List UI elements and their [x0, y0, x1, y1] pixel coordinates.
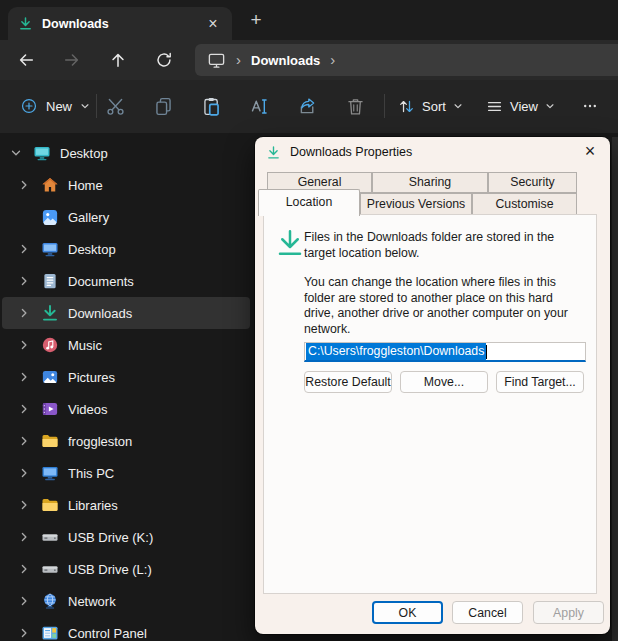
download-icon: [266, 145, 281, 160]
dialog-tab-location[interactable]: Location: [258, 189, 360, 216]
file-explorer-window: Downloads × + › Downloads ›: [0, 0, 618, 641]
more-options-button[interactable]: [570, 88, 610, 124]
this-pc-monitor-icon: [207, 51, 226, 70]
rename-button[interactable]: [239, 88, 279, 124]
address-bar[interactable]: › Downloads ›: [195, 44, 618, 76]
explorer-tab-downloads[interactable]: Downloads ×: [8, 7, 232, 40]
cancel-button[interactable]: Cancel: [452, 601, 523, 624]
sidebar-item-label: Desktop: [60, 146, 108, 161]
forward-icon[interactable]: [56, 44, 88, 76]
dialog-title-bar: Downloads Properties: [255, 137, 610, 167]
sidebar-item-usb-drive-k[interactable]: USB Drive (K:): [2, 521, 250, 553]
sidebar-item-music[interactable]: Music: [2, 329, 250, 361]
find-target-button[interactable]: Find Target...: [496, 371, 584, 393]
sort-button-label: Sort: [422, 99, 446, 114]
chevron-right-icon[interactable]: [16, 529, 32, 545]
sidebar-item-pictures[interactable]: Pictures: [2, 361, 250, 393]
chevron-right-icon[interactable]: [16, 433, 32, 449]
back-icon[interactable]: [10, 44, 42, 76]
chevron-right-icon[interactable]: [16, 561, 32, 577]
paste-button[interactable]: [191, 88, 231, 124]
tab-title: Downloads: [42, 17, 195, 31]
up-icon[interactable]: [102, 44, 134, 76]
sidebar-item-documents[interactable]: Documents: [2, 265, 250, 297]
sort-arrows-icon: [398, 98, 415, 115]
delete-button[interactable]: [335, 88, 375, 124]
folder-path-input[interactable]: C:\Users\froggleston\Downloads: [304, 342, 586, 362]
sidebar-item-gallery[interactable]: Gallery: [2, 201, 250, 233]
sidebar-item-usb-drive-l[interactable]: USB Drive (L:): [2, 553, 250, 585]
chevron-right-icon[interactable]: [16, 369, 32, 385]
chevron-down-icon[interactable]: [8, 145, 24, 161]
breadcrumb-downloads[interactable]: Downloads: [251, 53, 320, 68]
view-button[interactable]: View: [478, 89, 563, 123]
dialog-tab-sharing[interactable]: Sharing: [372, 172, 488, 193]
ellipsis-icon: [582, 98, 598, 114]
documents-icon: [41, 272, 59, 290]
chevron-right-icon[interactable]: [16, 305, 32, 321]
dialog-tab-strip: GeneralSharingSecurityLocationPrevious V…: [255, 172, 610, 215]
dialog-tab-customise[interactable]: Customise: [472, 193, 577, 215]
sidebar-item-label: Videos: [68, 402, 108, 417]
sidebar-item-label: froggleston: [68, 434, 132, 449]
sidebar-item-this-pc[interactable]: This PC: [2, 457, 250, 489]
controlpanel-icon: [41, 624, 59, 641]
breadcrumb-chevron-icon: ›: [236, 53, 241, 67]
sidebar-item-label: Gallery: [68, 210, 109, 225]
sidebar-item-home[interactable]: Home: [2, 169, 250, 201]
folder-icon: [41, 496, 59, 514]
desktop-blue-icon: [41, 240, 59, 258]
chevron-right-icon[interactable]: [16, 625, 32, 641]
share-button[interactable]: [287, 88, 327, 124]
sidebar-item-froggleston[interactable]: froggleston: [2, 425, 250, 457]
chevron-right-icon[interactable]: [16, 177, 32, 193]
chevron-right-icon[interactable]: [16, 401, 32, 417]
copy-button[interactable]: [143, 88, 183, 124]
apply-button[interactable]: Apply: [533, 601, 604, 624]
chevron-right-icon[interactable]: [16, 465, 32, 481]
sidebar-item-label: Pictures: [68, 370, 115, 385]
chevron-right-icon[interactable]: [16, 273, 32, 289]
refresh-icon[interactable]: [148, 44, 180, 76]
copy-icon: [153, 96, 174, 117]
thispc-icon: [41, 464, 59, 482]
chevron-down-icon: [545, 101, 555, 111]
sidebar-item-libraries[interactable]: Libraries: [2, 489, 250, 521]
tab-close-icon[interactable]: ×: [204, 16, 222, 32]
restore-default-button[interactable]: Restore Default: [304, 371, 392, 393]
dialog-tab-security[interactable]: Security: [488, 172, 577, 193]
text-caret: [486, 345, 487, 359]
sidebar-item-label: This PC: [68, 466, 114, 481]
downloads-properties-dialog: Downloads Properties × GeneralSharingSec…: [255, 137, 610, 634]
move-button[interactable]: Move...: [400, 371, 488, 393]
navigation-pane: DesktopHomeGalleryDesktopDocumentsDownlo…: [0, 137, 252, 641]
content-scroll-strip[interactable]: [612, 137, 618, 641]
sort-button[interactable]: Sort: [390, 89, 471, 123]
ok-button[interactable]: OK: [372, 601, 443, 624]
chevron-right-icon[interactable]: [16, 241, 32, 257]
chevron-right-icon[interactable]: [16, 497, 32, 513]
folder-icon: [41, 432, 59, 450]
sidebar-item-desktop[interactable]: Desktop: [2, 137, 250, 169]
dialog-tab-previous-versions[interactable]: Previous Versions: [360, 193, 472, 215]
sidebar-item-network[interactable]: Network: [2, 585, 250, 617]
cut-button[interactable]: [95, 88, 135, 124]
sidebar-item-label: Home: [68, 178, 103, 193]
breadcrumb-chevron-icon[interactable]: ›: [330, 53, 335, 67]
chevron-right-icon[interactable]: [16, 337, 32, 353]
new-button-label: New: [46, 99, 72, 114]
new-button[interactable]: New: [10, 89, 100, 123]
new-tab-button[interactable]: +: [244, 9, 268, 33]
sidebar-item-label: USB Drive (K:): [68, 530, 153, 545]
sidebar-item-videos[interactable]: Videos: [2, 393, 250, 425]
delete-icon: [345, 96, 366, 117]
chevron-right-icon[interactable]: [16, 593, 32, 609]
location-tab-page: Files in the Downloads folder are stored…: [263, 214, 597, 594]
sidebar-item-control-panel[interactable]: Control Panel: [2, 617, 250, 641]
sidebar-item-desktop[interactable]: Desktop: [2, 233, 250, 265]
sidebar-item-label: Documents: [68, 274, 134, 289]
command-bar: New Sort View: [0, 80, 618, 133]
dialog-close-icon[interactable]: ×: [577, 140, 603, 164]
dialog-title: Downloads Properties: [290, 145, 412, 159]
sidebar-item-downloads[interactable]: Downloads: [2, 297, 250, 329]
